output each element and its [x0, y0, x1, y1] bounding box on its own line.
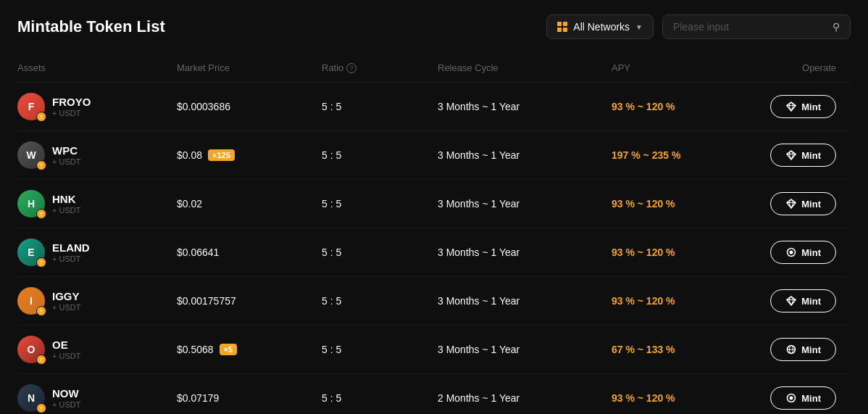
operate-cell: Mint — [742, 241, 836, 264]
mint-button[interactable]: Mint — [770, 192, 836, 215]
release-cycle-cell: 3 Months ~ 1 Year — [438, 101, 612, 112]
token-price: $0.02 — [177, 198, 202, 210]
mint-icon — [785, 392, 797, 404]
mint-label: Mint — [801, 393, 821, 404]
token-info: HNK + USDT — [52, 193, 80, 215]
token-name: WPC — [52, 144, 80, 157]
apy-cell: 197 % ~ 235 % — [612, 149, 742, 161]
apy-cell: 93 % ~ 120 % — [612, 101, 742, 112]
asset-cell: E T ELAND + USDT — [17, 239, 177, 266]
token-info: ELAND + USDT — [52, 241, 90, 263]
token-sub-icon: T — [36, 355, 46, 365]
mint-label: Mint — [801, 296, 821, 307]
token-sub-icon: T — [36, 160, 46, 170]
ratio-cell: 5 : 5 — [322, 295, 438, 307]
multiplier-badge: ×5 — [220, 344, 238, 355]
token-price: $0.00175757 — [177, 295, 236, 307]
page-container: Mintable Token List All Networks ▼ ⚲ Ass… — [0, 0, 868, 414]
col-ratio: Ratio ? — [322, 62, 438, 73]
price-cell: $0.02 — [177, 198, 322, 210]
token-price: $0.0003686 — [177, 101, 230, 112]
token-pair: + USDT — [52, 254, 90, 263]
release-cycle-cell: 2 Months ~ 1 Year — [438, 392, 612, 404]
token-sub-icon: T — [36, 209, 46, 219]
price-cell: $0.08 ×125 — [177, 149, 322, 161]
mint-label: Mint — [801, 247, 821, 258]
token-avatar: E T — [17, 239, 45, 266]
chevron-down-icon: ▼ — [635, 23, 643, 31]
table-row: H T HNK + USDT $0.02 5 : 5 3 Months ~ 1 … — [17, 180, 851, 228]
grid-icon — [557, 22, 567, 32]
token-price: $0.5068 — [177, 344, 214, 355]
table-row: F T FROYO + USDT $0.0003686 5 : 5 3 Mont… — [17, 83, 851, 131]
token-avatar: W T — [17, 141, 45, 169]
header-controls: All Networks ▼ ⚲ — [546, 15, 851, 39]
token-pair: + USDT — [52, 206, 80, 215]
asset-cell: I T IGGY + USDT — [17, 287, 177, 315]
release-cycle-cell: 3 Months ~ 1 Year — [438, 149, 612, 161]
apy-cell: 93 % ~ 120 % — [612, 392, 742, 404]
network-selector[interactable]: All Networks ▼ — [546, 15, 654, 39]
token-info: IGGY + USDT — [52, 290, 80, 312]
token-name: HNK — [52, 193, 80, 205]
token-pair: + USDT — [52, 303, 80, 312]
mint-label: Mint — [801, 150, 821, 161]
operate-cell: Mint — [742, 95, 836, 118]
operate-cell: Mint — [742, 338, 836, 361]
ratio-cell: 5 : 5 — [322, 101, 438, 112]
apy-cell: 93 % ~ 120 % — [612, 198, 742, 210]
release-cycle-cell: 3 Months ~ 1 Year — [438, 344, 612, 355]
col-operate: Operate — [742, 62, 836, 73]
operate-cell: Mint — [742, 386, 836, 410]
table-row: E T ELAND + USDT $0.06641 5 : 5 3 Months… — [17, 228, 851, 277]
ratio-cell: 5 : 5 — [322, 198, 438, 210]
mint-button[interactable]: Mint — [770, 241, 836, 264]
mint-label: Mint — [801, 199, 821, 210]
asset-cell: H T HNK + USDT — [17, 190, 177, 218]
token-price: $0.07179 — [177, 392, 219, 404]
apy-cell: 93 % ~ 120 % — [612, 295, 742, 307]
mint-icon — [785, 101, 797, 112]
token-info: FROYO + USDT — [52, 96, 91, 117]
mint-icon — [785, 344, 797, 355]
token-avatar: O T — [17, 336, 45, 363]
table-row: W T WPC + USDT $0.08 ×125 5 : 5 3 Months… — [17, 131, 851, 180]
release-cycle-cell: 3 Months ~ 1 Year — [438, 295, 612, 307]
search-input[interactable] — [673, 21, 827, 33]
price-cell: $0.5068 ×5 — [177, 344, 322, 355]
token-price: $0.08 — [177, 149, 202, 161]
mint-button[interactable]: Mint — [770, 289, 836, 312]
token-info: NOW + USDT — [52, 387, 80, 409]
token-name: NOW — [52, 387, 80, 399]
col-assets: Assets — [17, 62, 177, 73]
release-cycle-cell: 3 Months ~ 1 Year — [438, 198, 612, 210]
table-row: I T IGGY + USDT $0.00175757 5 : 5 3 Mont… — [17, 277, 851, 326]
asset-cell: N T NOW + USDT — [17, 384, 177, 412]
mint-button[interactable]: Mint — [770, 338, 836, 361]
price-cell: $0.0003686 — [177, 101, 322, 112]
page-title: Mintable Token List — [17, 17, 165, 36]
mint-icon — [785, 247, 797, 258]
asset-cell: O T OE + USDT — [17, 336, 177, 363]
mint-button[interactable]: Mint — [770, 386, 836, 410]
token-name: ELAND — [52, 241, 90, 254]
token-name: FROYO — [52, 96, 91, 108]
token-avatar: N T — [17, 384, 45, 412]
price-cell: $0.00175757 — [177, 295, 322, 307]
col-apy: APY — [612, 62, 742, 73]
mint-button[interactable]: Mint — [770, 95, 836, 118]
operate-cell: Mint — [742, 192, 836, 215]
token-name: OE — [52, 339, 80, 351]
ratio-cell: 5 : 5 — [322, 247, 438, 258]
mint-icon — [785, 295, 797, 307]
ratio-cell: 5 : 5 — [322, 392, 438, 404]
mint-button[interactable]: Mint — [770, 144, 836, 167]
ratio-cell: 5 : 5 — [322, 149, 438, 161]
token-sub-icon: T — [36, 306, 46, 316]
token-pair: + USDT — [52, 157, 80, 166]
token-sub-icon: T — [36, 403, 46, 413]
token-price: $0.06641 — [177, 247, 219, 258]
ratio-info-icon[interactable]: ? — [346, 63, 356, 73]
table-row: O T OE + USDT $0.5068 ×5 5 : 5 3 Months … — [17, 326, 851, 374]
multiplier-badge: ×125 — [208, 149, 235, 161]
